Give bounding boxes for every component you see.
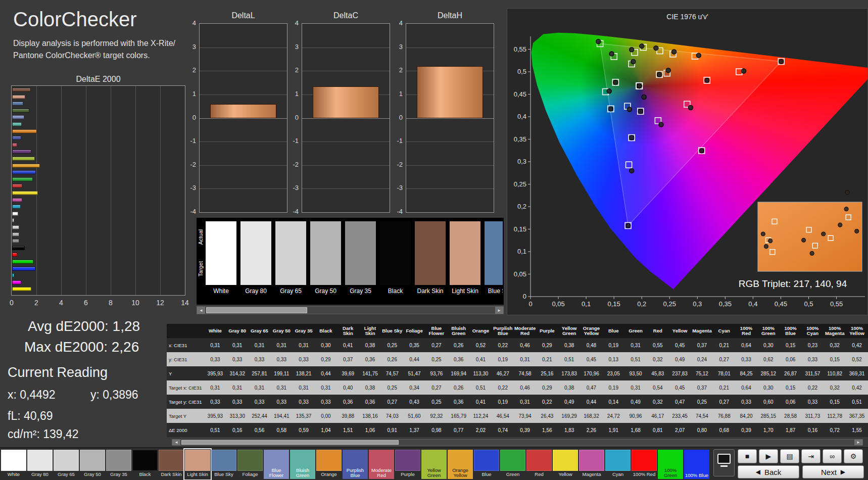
target-swatch [345, 253, 376, 285]
table-cell: 0,80 [691, 423, 713, 437]
axis-tick-label: -3 [182, 184, 196, 191]
exit-button[interactable]: ⇥ [801, 449, 821, 463]
measured-point [608, 107, 613, 111]
next-arrow-icon: ▶ [841, 468, 845, 475]
palette-item[interactable]: Purple [395, 450, 420, 479]
gridline [406, 188, 494, 189]
table-cell: 0,33 [249, 395, 271, 409]
gridline [406, 118, 494, 119]
palette-item[interactable]: Yellow [553, 450, 578, 479]
palette-item[interactable]: Blue [474, 450, 499, 479]
palette-item[interactable]: Moderate Red [369, 450, 394, 479]
axis-tick-label: 0,1 [582, 300, 591, 308]
de-bar [12, 184, 22, 188]
scroll-left-arrow[interactable]: ◄ [172, 440, 180, 445]
pattern-button[interactable]: ▤ [780, 449, 799, 463]
palette-swatch [395, 450, 420, 471]
palette-item-label: Purplish Blue [343, 468, 368, 479]
measured-point [607, 89, 611, 93]
palette-item[interactable]: Yellow Green [421, 450, 447, 479]
palette-item[interactable]: Cyan [605, 450, 631, 479]
display-button[interactable] [713, 449, 735, 476]
palette-item[interactable]: Foliage [237, 450, 263, 479]
palette-item[interactable]: Gray 50 [80, 450, 105, 479]
palette-item[interactable]: Blue Sky [211, 450, 236, 479]
table-cell: 74,03 [381, 409, 403, 423]
gridline [302, 71, 390, 71]
palette-item[interactable]: 100% Green [658, 450, 683, 479]
palette-item-label: Cyan [605, 471, 631, 477]
table-cell: 0,38 [558, 380, 581, 395]
palette-item-label: Orange [316, 471, 342, 477]
scroll-thumb[interactable] [206, 307, 307, 313]
table-cell: 0,36 [359, 395, 381, 409]
palette-item[interactable]: White [1, 450, 26, 479]
palette-item[interactable]: Red [526, 450, 552, 479]
table-cell: 0,06 [780, 352, 802, 366]
table-cell: 0,06 [780, 395, 802, 409]
swatch-strip-scrollbar[interactable]: ◄ ► [197, 306, 504, 314]
scroll-thumb[interactable] [181, 440, 399, 445]
palette-item[interactable]: Blue Flower [264, 450, 289, 479]
table-row: ΔE 20000,510,160,560,580,591,041,511,060… [167, 423, 868, 437]
palette-item[interactable]: Gray 80 [27, 450, 53, 479]
palette-swatch [500, 450, 525, 471]
palette-item[interactable]: Bluish Green [290, 450, 315, 479]
palette-item[interactable]: Green [500, 450, 525, 479]
gridline [200, 165, 287, 166]
de-bar [12, 102, 23, 106]
palette-item[interactable]: Orange [316, 450, 342, 479]
palette-item-label: Blue Flower [264, 468, 289, 479]
table-cell: 0,47 [581, 380, 603, 395]
palette-item[interactable]: Dark Skin [159, 450, 184, 479]
gridline [200, 141, 287, 142]
scroll-right-arrow[interactable]: ► [495, 307, 503, 314]
settings-button[interactable]: ⚙ [844, 449, 863, 463]
axis-tick-label: 0,45 [775, 300, 787, 308]
palette-item[interactable]: Black [132, 450, 158, 479]
back-button[interactable]: ◀ Back [738, 465, 799, 478]
column-header: Gray 65 [249, 324, 271, 338]
scroll-right-arrow[interactable]: ► [854, 440, 862, 445]
palette-item[interactable]: 100% Blue [684, 450, 709, 479]
palette-item[interactable]: Gray 35 [106, 450, 131, 479]
gridline [302, 47, 390, 48]
table-cell: 0,31 [293, 338, 315, 352]
chart-title: DeltaH [406, 11, 494, 20]
play-button[interactable]: ▶ [759, 449, 778, 463]
table-cell: 0,22 [492, 338, 514, 352]
palette-item[interactable]: Magenta [579, 450, 604, 479]
palette-item[interactable]: Purplish Blue [343, 450, 368, 479]
axis-tick-label: 3 [389, 43, 403, 51]
loop-button[interactable]: ∞ [823, 449, 842, 463]
stop-button[interactable]: ■ [738, 449, 757, 463]
measured-point [761, 232, 765, 236]
measured-point [630, 168, 634, 173]
table-cell: 0,33 [315, 395, 337, 409]
measured-point [609, 52, 614, 56]
axis-tick-label: 0 [528, 300, 532, 308]
palette-swatch [316, 450, 342, 471]
table-cell: 0,33 [226, 395, 249, 409]
palette-swatch [474, 450, 499, 471]
axis-tick-label: 2 [34, 299, 38, 307]
table-cell: 1,70 [757, 423, 780, 437]
actual-swatch [206, 221, 236, 253]
scroll-left-arrow[interactable]: ◄ [197, 307, 205, 314]
table-cell: 0,38 [558, 338, 581, 352]
palette-item[interactable]: Light Skin [185, 450, 210, 479]
swatch-label: Black [380, 287, 411, 295]
palette-item[interactable]: Gray 65 [54, 450, 79, 479]
next-button[interactable]: Next ▶ [802, 465, 864, 478]
row-label: Target y: CIE31 [167, 395, 204, 409]
cie-diagram-panel: 00,050,10,150,20,250,30,350,40,450,50,55… [507, 8, 868, 315]
page-subtitle: Display analysis is performed with the X… [13, 37, 185, 62]
table-scrollbar[interactable]: ◄ ► [172, 439, 863, 446]
chart-title: DeltaL [199, 11, 287, 20]
palette-item[interactable]: Orange Yellow [448, 450, 473, 479]
table-cell: 46,27 [492, 366, 514, 380]
column-header: 100% Cyan [802, 324, 824, 338]
de-bar [12, 205, 21, 209]
palette-item[interactable]: 100% Red [632, 450, 657, 479]
column-header: Magenta [691, 324, 713, 338]
